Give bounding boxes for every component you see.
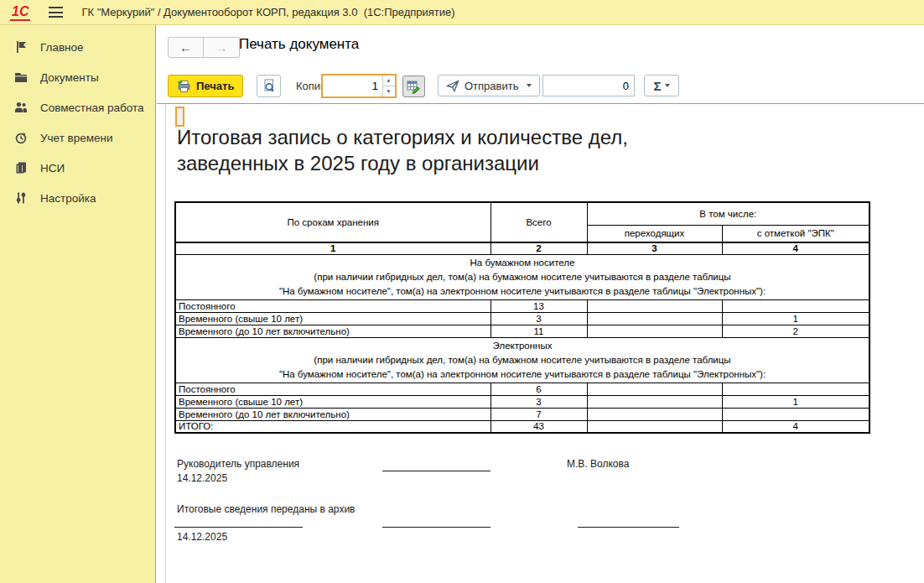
row-transitional — [587, 408, 722, 420]
edit-table-icon — [407, 80, 421, 94]
document-title-line1: Итоговая запись о категориях и количеств… — [177, 124, 628, 150]
row-epk: 2 — [722, 325, 869, 337]
chevron-down-icon — [665, 84, 670, 87]
chevron-down-icon — [527, 84, 532, 87]
main-menu-icon[interactable] — [49, 7, 63, 18]
section-note: (при наличии гибридных дел, том(а) на бу… — [179, 353, 866, 367]
row-transitional — [587, 325, 722, 337]
edit-table-button[interactable] — [402, 75, 425, 97]
section-header-electronic: Электронных (при наличии гибридных дел, … — [175, 337, 869, 383]
clock-icon — [14, 131, 28, 144]
table-row: Временного (до 10 лет включительно) 7 — [175, 408, 869, 420]
section-note: "На бумажном носителе", том(а) на электр… — [179, 284, 866, 299]
sidebar-item-documents[interactable]: Документы — [0, 62, 155, 92]
row-label: Временного (свыше 10 лет) — [175, 312, 491, 325]
signature-line — [578, 527, 679, 528]
col-number: 3 — [587, 242, 722, 254]
autosum-button[interactable]: Σ — [644, 75, 679, 96]
table-row: Временного (свыше 10 лет) 3 1 — [175, 395, 869, 408]
send-icon — [446, 80, 459, 92]
document-title-line2: заведенных в 2025 году в организации — [177, 150, 628, 176]
flag-icon — [14, 40, 28, 54]
sidebar-item-main[interactable]: Главное — [0, 32, 155, 62]
spin-up-icon[interactable] — [383, 75, 395, 86]
sidebar-item-settings[interactable]: Настройка — [0, 183, 155, 213]
printer-icon — [177, 80, 191, 93]
row-total: 11 — [491, 325, 587, 337]
row-label: Временного (до 10 лет включительно) — [175, 325, 491, 337]
archive-date: 14.12.2025 — [177, 531, 227, 543]
summary-table: По срокам хранения Всего В том числе: пе… — [174, 201, 870, 434]
forward-button[interactable]: → — [204, 37, 240, 58]
sigma-icon: Σ — [653, 79, 661, 93]
section-note: (при наличии гибридных дел, том(а) на бу… — [179, 270, 866, 284]
send-button-label: Отправить — [465, 80, 518, 92]
copies-stepper[interactable]: 1 — [321, 74, 397, 98]
main-content: ← → Печать документа Печать Копий: 1 Отп… — [157, 25, 924, 583]
col-number: 2 — [491, 242, 587, 254]
total-row: ИТОГО: 43 4 — [175, 420, 869, 433]
row-label: Постоянного — [175, 299, 491, 312]
page-title: Печать документа — [239, 36, 359, 53]
row-epk — [722, 408, 869, 420]
signature-line — [382, 527, 491, 528]
app-window: 1С ГК "Меркурий" / Документооборот КОРП,… — [0, 0, 924, 583]
window-title: ГК "Меркурий" / Документооборот КОРП, ре… — [81, 6, 454, 18]
header-total: Всего — [491, 202, 587, 242]
table-row: Временного (свыше 10 лет) 3 1 — [175, 312, 869, 325]
signature-line — [174, 527, 303, 528]
row-label: Временного (до 10 лет включительно) — [175, 408, 491, 420]
sum-result-value: 0 — [623, 80, 629, 92]
section-note: "На бумажном носителе", том(а) на электр… — [179, 367, 866, 382]
sidebar-item-label: Учет времени — [40, 132, 113, 144]
col-number: 1 — [175, 242, 491, 254]
signature-line — [382, 471, 491, 471]
spreadsheet-area[interactable]: Итоговая запись о категориях и количеств… — [165, 104, 924, 583]
book-icon — [14, 161, 28, 174]
col-number: 4 — [722, 242, 869, 254]
row-label: Постоянного — [175, 383, 491, 395]
print-button-label: Печать — [196, 80, 234, 92]
sections-panel: Главное Документы Совместная работа Учет… — [0, 25, 156, 583]
sidebar-item-nsi[interactable]: НСИ — [0, 153, 155, 183]
folder-icon — [14, 70, 28, 84]
row-epk — [722, 299, 869, 312]
row-total: 7 — [491, 408, 587, 420]
section-title: На бумажном носителе — [179, 256, 866, 270]
table-row: Постоянного 6 — [175, 383, 869, 395]
row-epk: 1 — [722, 312, 869, 325]
sliders-icon — [14, 191, 28, 205]
sidebar-item-timekeeping[interactable]: Учет времени — [0, 122, 155, 153]
table-row: Постоянного 13 — [175, 299, 869, 312]
row-transitional — [587, 312, 722, 325]
section-header-paper: На бумажном носителе (при наличии гибрид… — [175, 254, 869, 299]
total-label: ИТОГО: — [175, 420, 491, 433]
manager-label: Руководитель управления — [177, 458, 299, 470]
total-epk: 4 — [722, 420, 869, 433]
total-transitional — [587, 420, 722, 433]
header-storage: По срокам хранения — [175, 202, 491, 242]
sidebar-item-label: Настройка — [40, 192, 96, 205]
row-epk: 1 — [722, 395, 869, 408]
row-transitional — [587, 383, 722, 395]
sum-result-field[interactable]: 0 — [542, 75, 635, 96]
spin-down-icon[interactable] — [383, 86, 395, 96]
print-preview-button[interactable] — [257, 75, 281, 97]
1c-logo-icon: 1С — [10, 4, 30, 21]
print-preview-icon — [262, 79, 276, 93]
copies-spin-buttons — [382, 75, 395, 96]
manager-date: 14.12.2025 — [177, 472, 227, 484]
send-button[interactable]: Отправить — [438, 75, 540, 96]
archive-label: Итоговые сведения переданы в архив — [177, 503, 355, 515]
sidebar-item-label: Главное — [40, 41, 84, 54]
sidebar-item-label: Совместная работа — [40, 102, 144, 114]
back-button[interactable]: ← — [168, 37, 204, 58]
copies-value[interactable]: 1 — [323, 75, 382, 96]
history-nav: ← → — [168, 37, 240, 58]
print-button[interactable]: Печать — [168, 75, 243, 97]
people-icon — [14, 101, 28, 114]
sidebar-item-label: НСИ — [40, 162, 65, 174]
row-transitional — [587, 395, 722, 408]
table-row: Временного (до 10 лет включительно) 11 2 — [175, 325, 869, 337]
sidebar-item-collaboration[interactable]: Совместная работа — [0, 92, 155, 122]
